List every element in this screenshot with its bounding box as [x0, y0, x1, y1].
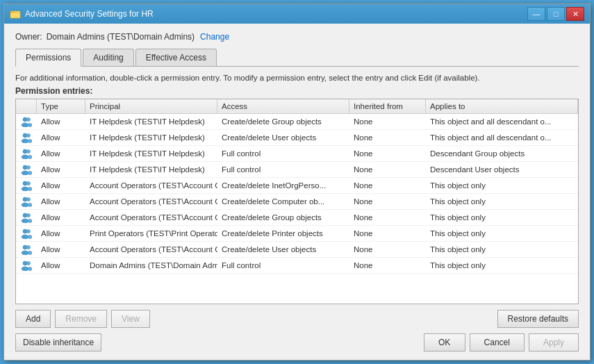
table-row[interactable]: AllowDomain Admins (TEST\Domain Admi...F… — [16, 258, 578, 274]
owner-label: Owner: — [15, 32, 42, 42]
table-row[interactable]: AllowAccount Operators (TEST\Account O..… — [16, 194, 578, 210]
table-header: Type Principal Access Inherited from App… — [16, 99, 578, 114]
row-type: Allow — [37, 258, 85, 273]
table-row[interactable]: AllowAccount Operators (TEST\Account O..… — [16, 210, 578, 226]
row-applies-to: This object only — [426, 178, 578, 193]
maximize-button[interactable]: □ — [547, 7, 565, 21]
row-principal: Account Operators (TEST\Account O... — [85, 210, 217, 225]
user-group-icon — [21, 148, 32, 159]
row-type: Allow — [37, 130, 85, 145]
footer-area: Disable inheritance OK Cancel Apply — [15, 333, 579, 351]
row-inherited: None — [349, 258, 426, 273]
row-icon — [16, 242, 37, 257]
bottom-buttons: Add Remove View Restore defaults — [15, 310, 579, 328]
row-access: Create/delete User objects — [217, 130, 349, 145]
col-header-icon — [16, 99, 37, 113]
col-header-access: Access — [217, 99, 349, 113]
table-body[interactable]: AllowIT Helpdesk (TEST\IT Helpdesk)Creat… — [16, 114, 578, 304]
row-type: Allow — [37, 242, 85, 257]
tab-permissions[interactable]: Permissions — [15, 49, 81, 67]
svg-point-37 — [27, 246, 31, 249]
svg-point-11 — [23, 149, 27, 154]
table-row[interactable]: AllowIT Helpdesk (TEST\IT Helpdesk)Full … — [16, 162, 578, 178]
info-text: For additional information, double-click… — [15, 74, 579, 82]
add-button[interactable]: Add — [15, 310, 51, 328]
svg-point-33 — [27, 230, 31, 233]
owner-value: Domain Admins (TEST\Domain Admins) — [47, 32, 195, 42]
svg-point-32 — [22, 235, 28, 239]
svg-point-17 — [27, 166, 31, 169]
row-applies-to: This object only — [426, 194, 578, 209]
main-window: Advanced Security Settings for HR — □ ✕ … — [3, 3, 591, 361]
tab-effective-access[interactable]: Effective Access — [135, 49, 217, 66]
table-row[interactable]: AllowAccount Operators (TEST\Account O..… — [16, 242, 578, 258]
view-button[interactable]: View — [111, 310, 150, 328]
row-access: Full control — [217, 146, 349, 161]
tab-auditing[interactable]: Auditing — [83, 49, 133, 66]
svg-point-23 — [23, 197, 27, 201]
table-row[interactable]: AllowAccount Operators (TEST\Account O..… — [16, 178, 578, 194]
row-inherited: None — [349, 162, 426, 177]
svg-point-8 — [22, 139, 28, 143]
table-row[interactable]: AllowPrint Operators (TEST\Print Operato… — [16, 226, 578, 242]
user-group-icon — [21, 260, 32, 271]
svg-point-26 — [28, 204, 32, 207]
svg-point-36 — [22, 251, 28, 255]
apply-button[interactable]: Apply — [529, 333, 579, 351]
svg-point-25 — [27, 198, 31, 201]
window-content: Owner: Domain Admins (TEST\Domain Admins… — [4, 24, 590, 360]
row-inherited: None — [349, 194, 426, 209]
title-bar: Advanced Security Settings for HR — □ ✕ — [4, 4, 590, 24]
svg-point-9 — [27, 134, 31, 138]
row-icon — [16, 114, 37, 129]
restore-defaults-button[interactable]: Restore defaults — [497, 310, 579, 328]
table-row[interactable]: AllowIT Helpdesk (TEST\IT Helpdesk)Creat… — [16, 114, 578, 130]
svg-point-40 — [22, 267, 28, 271]
svg-point-34 — [28, 235, 32, 239]
row-applies-to: Descendant Group objects — [426, 146, 578, 161]
window-icon — [10, 8, 21, 19]
row-inherited: None — [349, 130, 426, 145]
row-applies-to: This object and all descendant o... — [426, 130, 578, 145]
row-inherited: None — [349, 178, 426, 193]
svg-point-10 — [28, 140, 32, 143]
ok-button[interactable]: OK — [424, 333, 465, 351]
row-access: Full control — [217, 162, 349, 177]
row-principal: IT Helpdesk (TEST\IT Helpdesk) — [85, 130, 217, 145]
svg-point-28 — [22, 219, 28, 223]
svg-point-19 — [23, 181, 27, 185]
change-link[interactable]: Change — [200, 32, 229, 42]
col-header-applies: Applies to — [426, 99, 578, 113]
svg-point-24 — [22, 203, 28, 207]
close-button[interactable]: ✕ — [566, 7, 584, 21]
svg-point-16 — [22, 171, 28, 175]
svg-point-7 — [23, 133, 27, 138]
row-icon — [16, 162, 37, 177]
row-applies-to: This object and all descendant o... — [426, 114, 578, 129]
row-inherited: None — [349, 242, 426, 257]
table-row[interactable]: AllowIT Helpdesk (TEST\IT Helpdesk)Full … — [16, 146, 578, 162]
table-row[interactable]: AllowIT Helpdesk (TEST\IT Helpdesk)Creat… — [16, 130, 578, 146]
cancel-button[interactable]: Cancel — [470, 333, 525, 351]
disable-inheritance-button[interactable]: Disable inheritance — [15, 333, 101, 351]
remove-button[interactable]: Remove — [55, 310, 107, 328]
row-icon — [16, 130, 37, 145]
svg-point-29 — [27, 214, 31, 217]
row-inherited: None — [349, 146, 426, 161]
minimize-button[interactable]: — — [527, 7, 545, 21]
row-principal: Domain Admins (TEST\Domain Admi... — [85, 258, 217, 273]
title-bar-left: Advanced Security Settings for HR — [10, 8, 154, 19]
user-group-icon — [21, 164, 32, 175]
row-applies-to: This object only — [426, 258, 578, 273]
row-principal: Account Operators (TEST\Account O... — [85, 178, 217, 193]
row-applies-to: Descendant User objects — [426, 162, 578, 177]
svg-point-27 — [23, 213, 27, 217]
svg-point-4 — [22, 123, 28, 127]
svg-point-15 — [23, 165, 27, 169]
row-principal: Print Operators (TEST\Print Operators) — [85, 226, 217, 241]
svg-point-12 — [22, 155, 28, 159]
col-header-principal: Principal — [85, 99, 217, 113]
row-principal: IT Helpdesk (TEST\IT Helpdesk) — [85, 162, 217, 177]
svg-point-21 — [27, 182, 31, 185]
svg-point-22 — [28, 188, 32, 191]
